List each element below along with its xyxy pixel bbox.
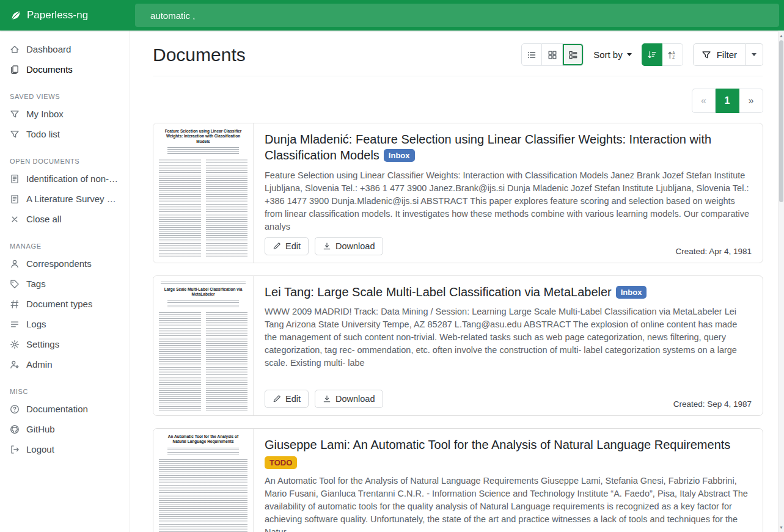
document-title-link[interactable]: Giuseppe Lami: An Automatic Tool for the… (265, 438, 730, 451)
document-snippet: Feature Selection using Linear Classifie… (265, 169, 752, 231)
list-view-button[interactable] (521, 43, 542, 66)
main-content: Documents (131, 31, 778, 532)
document-card: Large Scale Multi-Label Classification v… (153, 275, 763, 416)
sidebar-item-documents[interactable]: Documents (0, 59, 130, 79)
document-title-link[interactable]: Lei Tang: Large Scale Multi-Label Classi… (265, 285, 612, 299)
github-icon (10, 425, 20, 434)
sort-alpha-up-button[interactable]: AZ (662, 43, 683, 66)
edit-button[interactable]: Edit (265, 237, 309, 255)
filter-dropdown-button[interactable] (746, 43, 763, 66)
sort-direction-group: AZ (642, 43, 683, 66)
gear-icon (10, 340, 20, 349)
question-circle-icon (10, 404, 20, 414)
search-input[interactable] (135, 4, 779, 27)
sidebar-item-github[interactable]: GitHub (0, 419, 130, 439)
sidebar-item-correspondents[interactable]: Correspondents (0, 253, 130, 274)
documents-list: Feature Selection using Linear Classifie… (153, 123, 763, 532)
thumbnail-page-title: Feature Selection using Linear Classifie… (159, 129, 247, 144)
sidebar-item-logout[interactable]: Logout (0, 439, 130, 459)
sort-alpha-up-icon: AZ (667, 50, 677, 60)
tag-badge-todo[interactable]: TODO (265, 456, 297, 469)
page-title: Documents (153, 45, 246, 65)
documents-toolbar: Sort by AZ (521, 43, 763, 66)
sidebar: Dashboard Documents SAVED VIEWS My Inbox… (0, 31, 130, 532)
thumbnail-authors-lines (167, 301, 239, 308)
sidebar-item-my-inbox[interactable]: My Inbox (0, 104, 130, 124)
document-thumbnail[interactable]: Large Scale Multi-Label Classification v… (153, 276, 254, 415)
vertical-scrollbar[interactable]: ▲ ▼ (778, 31, 784, 532)
edit-button[interactable]: Edit (265, 390, 309, 408)
pagination-prev-button[interactable]: « (692, 89, 716, 113)
tag-badge-inbox[interactable]: Inbox (384, 149, 415, 162)
document-title-link[interactable]: Dunja Mladenić: Feature Selection using … (265, 133, 711, 162)
sidebar-item-open-doc-1[interactable]: Identification of non-fu... (0, 169, 130, 189)
document-title: Giuseppe Lami: An Automatic Tool for the… (265, 437, 752, 453)
document-title: Lei Tang: Large Scale Multi-Label Classi… (265, 284, 752, 300)
grid-view-icon (548, 50, 557, 60)
sidebar-item-open-doc-2[interactable]: A Literature Survey on ... (0, 189, 130, 209)
sidebar-item-settings[interactable]: Settings (0, 334, 130, 354)
detail-view-button[interactable] (563, 43, 584, 66)
sidebar-item-documentation[interactable]: Documentation (0, 399, 130, 419)
person-icon (10, 259, 20, 269)
pagination-page-1[interactable]: 1 (716, 89, 739, 113)
document-snippet: An Automatic Tool for the Analysis of Na… (265, 475, 752, 532)
document-thumbnail[interactable]: Feature Selection using Linear Classifie… (153, 123, 254, 263)
funnel-icon (10, 129, 20, 139)
leaf-icon (10, 10, 21, 21)
chevron-down-icon (627, 53, 632, 56)
list-view-icon (527, 50, 537, 60)
hash-icon (10, 299, 20, 309)
sidebar-item-dashboard[interactable]: Dashboard (0, 39, 130, 59)
file-text-icon (10, 194, 20, 204)
download-button[interactable]: Download (315, 237, 383, 255)
download-button[interactable]: Download (315, 390, 383, 408)
thumbnail-authors-lines (167, 147, 239, 155)
page-header: Documents (153, 31, 763, 76)
person-gear-icon (10, 360, 20, 370)
document-snippet: WWW 2009 MADRID! Track: Data Mining / Se… (265, 305, 752, 370)
detail-view-icon (568, 50, 578, 60)
funnel-icon (702, 50, 711, 60)
created-date: Created: Sep 4, 1987 (673, 399, 752, 409)
sidebar-item-document-types[interactable]: Document types (0, 294, 130, 314)
filter-button[interactable]: Filter (693, 43, 746, 66)
close-icon (10, 214, 20, 224)
pagination-row: « 1 » (153, 89, 763, 113)
scroll-down-arrow-icon[interactable]: ▼ (779, 523, 784, 531)
sort-amount-down-icon (647, 50, 657, 60)
pencil-icon (273, 395, 281, 403)
scrollbar-thumb[interactable] (779, 40, 783, 202)
sort-by-dropdown[interactable]: Sort by (593, 49, 632, 60)
file-text-icon (10, 174, 20, 184)
sidebar-item-tags[interactable]: Tags (0, 274, 130, 294)
thumbnail-authors-lines (167, 448, 239, 456)
sidebar-item-close-all[interactable]: Close all (0, 209, 130, 229)
funnel-icon (10, 109, 20, 119)
document-card: Feature Selection using Linear Classifie… (153, 123, 763, 263)
section-manage: MANAGE (10, 242, 120, 250)
thumbnail-text-columns (159, 459, 247, 532)
view-mode-switcher (521, 43, 584, 66)
thumbnail-header-line (161, 282, 246, 284)
scroll-up-arrow-icon[interactable]: ▲ (779, 32, 784, 39)
tag-badge-inbox[interactable]: Inbox (616, 286, 647, 299)
sidebar-item-admin[interactable]: Admin (0, 354, 130, 374)
document-thumbnail[interactable]: An Automatic Tool for the Analysis of Na… (153, 429, 254, 532)
sort-descending-button[interactable] (642, 43, 662, 66)
sidebar-item-todo-list[interactable]: Todo list (0, 124, 130, 144)
app-title: Paperless-ng (27, 9, 88, 21)
svg-text:Z: Z (672, 55, 675, 59)
house-icon (10, 45, 20, 54)
filter-group: Filter (693, 43, 763, 66)
created-date: Created: Apr 4, 1981 (675, 247, 752, 256)
download-icon (323, 395, 331, 403)
download-icon (323, 242, 331, 250)
pagination-next-button[interactable]: » (739, 89, 763, 113)
search-bar (130, 0, 784, 31)
app-brand[interactable]: Paperless-ng (0, 9, 130, 21)
chevron-down-icon (752, 53, 757, 56)
section-open-documents: OPEN DOCUMENTS (10, 158, 120, 165)
sidebar-item-logs[interactable]: Logs (0, 314, 130, 334)
grid-view-button[interactable] (542, 43, 563, 66)
